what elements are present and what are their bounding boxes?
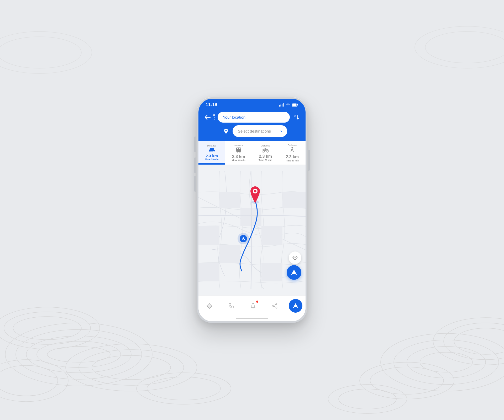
svg-point-37 bbox=[225, 130, 227, 131]
svg-point-24 bbox=[328, 385, 407, 413]
tab-walk[interactable]: Distance 2.3 km Time 47 min bbox=[279, 141, 306, 165]
svg-point-26 bbox=[0, 32, 92, 74]
svg-point-12 bbox=[147, 377, 220, 400]
svg-point-2 bbox=[26, 336, 131, 373]
svg-point-7 bbox=[13, 317, 81, 340]
svg-point-3 bbox=[37, 341, 121, 368]
svg-point-0 bbox=[5, 323, 152, 386]
chevron-right-icon: › bbox=[280, 128, 282, 134]
walk-icon bbox=[290, 147, 295, 154]
tab-car-time: Time 19 min bbox=[205, 158, 219, 161]
tab-walk-distance: 2.3 km bbox=[286, 155, 299, 159]
car-time-value: 19 min bbox=[211, 158, 219, 161]
svg-point-25 bbox=[339, 389, 396, 409]
phone-screen: 11:19 bbox=[198, 99, 306, 321]
tab-bus[interactable]: Distance 2.3 km Time 15 min bbox=[225, 141, 252, 165]
svg-point-15 bbox=[381, 333, 504, 391]
svg-rect-31 bbox=[280, 104, 281, 107]
svg-point-27 bbox=[0, 37, 81, 68]
svg-point-42 bbox=[213, 151, 213, 152]
tab-car[interactable]: Distance 2.3 km Time 19 min bbox=[198, 141, 225, 165]
app-header: Your location Selec bbox=[198, 110, 306, 141]
svg-point-41 bbox=[210, 151, 210, 152]
nav-item-navigate[interactable] bbox=[289, 299, 302, 313]
svg-rect-46 bbox=[236, 151, 241, 152]
svg-point-66 bbox=[273, 305, 274, 307]
nav-item-notification[interactable] bbox=[245, 300, 261, 312]
svg-point-17 bbox=[407, 346, 486, 378]
svg-point-6 bbox=[4, 312, 91, 344]
svg-rect-32 bbox=[282, 104, 282, 107]
svg-point-28 bbox=[415, 26, 504, 68]
svg-point-19 bbox=[433, 318, 504, 365]
tab-bus-distance: 2.3 km bbox=[232, 154, 245, 159]
battery-icon bbox=[292, 103, 298, 107]
svg-point-29 bbox=[425, 32, 504, 63]
bottom-nav bbox=[198, 296, 306, 318]
svg-point-22 bbox=[360, 362, 454, 399]
svg-point-67 bbox=[276, 307, 277, 308]
map-area[interactable] bbox=[198, 165, 306, 296]
svg-point-23 bbox=[370, 367, 444, 394]
nav-item-phone[interactable] bbox=[223, 300, 239, 312]
bus-time-label: Time bbox=[232, 159, 237, 162]
svg-point-11 bbox=[136, 373, 231, 404]
notification-dot bbox=[256, 301, 258, 303]
svg-point-34 bbox=[288, 106, 288, 106]
svg-point-9 bbox=[79, 350, 184, 385]
svg-point-16 bbox=[394, 340, 499, 385]
svg-point-4 bbox=[47, 346, 110, 362]
status-time: 11:19 bbox=[206, 102, 217, 107]
bike-time-label: Time bbox=[259, 159, 264, 161]
bus-time-value: 15 min bbox=[238, 159, 245, 162]
svg-point-50 bbox=[240, 152, 240, 153]
nav-item-map[interactable] bbox=[202, 300, 217, 312]
svg-rect-45 bbox=[239, 148, 240, 149]
svg-point-20 bbox=[444, 323, 504, 360]
tab-bike[interactable]: Distance 2.3 km Time 21 min bbox=[252, 141, 279, 165]
tab-bus-distance-label: Distance bbox=[234, 144, 243, 147]
destination-placeholder: Select destinations bbox=[238, 129, 271, 133]
destination-marker bbox=[248, 186, 262, 205]
car-time-label: Time bbox=[205, 158, 211, 161]
svg-point-8 bbox=[66, 344, 197, 391]
home-indicator bbox=[236, 318, 268, 319]
bike-time-value: 21 min bbox=[265, 159, 272, 161]
route-dots bbox=[213, 113, 215, 121]
wifi-icon bbox=[286, 103, 290, 107]
transport-tabs: Distance 2.3 km Time 19 min bbox=[198, 141, 306, 165]
svg-point-54 bbox=[292, 147, 293, 148]
destination-input[interactable]: Select destinations › bbox=[233, 125, 287, 137]
svg-rect-44 bbox=[237, 148, 238, 149]
svg-point-18 bbox=[420, 352, 472, 372]
status-bar: 11:19 bbox=[198, 99, 306, 110]
svg-point-1 bbox=[16, 329, 142, 379]
walk-time-label: Time bbox=[285, 159, 291, 162]
tab-bus-time: Time 15 min bbox=[232, 159, 245, 162]
svg-point-58 bbox=[254, 190, 256, 192]
home-bar bbox=[198, 318, 306, 321]
nav-item-share[interactable] bbox=[267, 300, 283, 312]
svg-rect-30 bbox=[279, 105, 280, 107]
tab-bike-time: Time 21 min bbox=[259, 159, 272, 161]
tab-walk-distance-label: Distance bbox=[288, 144, 297, 146]
tab-bike-distance-label: Distance bbox=[261, 144, 270, 147]
svg-line-69 bbox=[274, 306, 276, 307]
svg-point-14 bbox=[0, 365, 58, 396]
crosshair-button[interactable] bbox=[289, 251, 301, 264]
svg-rect-33 bbox=[283, 103, 284, 107]
svg-point-13 bbox=[0, 360, 68, 402]
tab-car-distance-label: Distance bbox=[207, 144, 216, 147]
swap-button[interactable] bbox=[292, 113, 300, 121]
navigate-fab-button[interactable] bbox=[287, 265, 301, 280]
bike-icon bbox=[262, 147, 269, 154]
current-location-marker bbox=[238, 233, 249, 244]
svg-point-21 bbox=[454, 328, 504, 354]
location-input[interactable]: Your location bbox=[218, 112, 290, 123]
status-notch bbox=[238, 104, 259, 106]
svg-point-65 bbox=[276, 303, 277, 305]
tab-walk-time: Time 47 min bbox=[285, 159, 299, 162]
svg-rect-36 bbox=[292, 104, 296, 106]
svg-point-53 bbox=[265, 148, 266, 149]
back-button[interactable] bbox=[204, 113, 212, 121]
